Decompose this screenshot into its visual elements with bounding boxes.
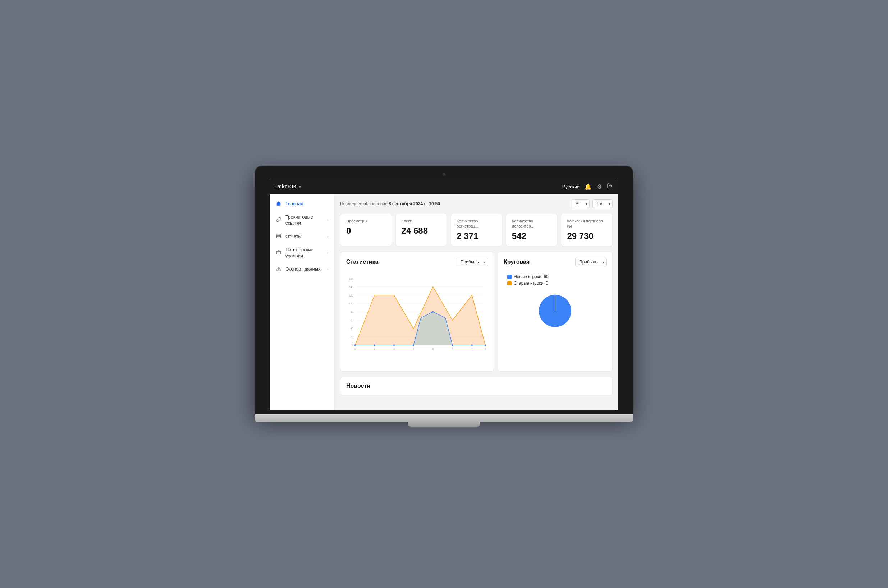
legend-dot-old: [507, 281, 512, 285]
charts-row: Статистика Прибыль: [340, 252, 613, 372]
svg-text:140: 140: [349, 286, 353, 288]
export-arrow-icon: ›: [327, 267, 328, 272]
svg-text:120: 120: [349, 294, 353, 297]
stat-card-clicks: Клики 24 688: [396, 213, 447, 246]
brand-name[interactable]: PokerOK: [275, 184, 297, 189]
pie-chart-header: Круговая Прибыль: [504, 258, 606, 266]
tracking-arrow-icon: ›: [327, 218, 328, 222]
stat-card-views: Просмотры 0: [340, 213, 392, 246]
svg-point-37: [393, 344, 395, 346]
laptop-base: [255, 414, 633, 422]
svg-text:6: 6: [452, 348, 453, 350]
stat-clicks-label: Клики: [402, 219, 441, 224]
all-filter-select[interactable]: All: [572, 200, 590, 208]
stats-row: Просмотры 0 Клики 24 688 Количество реги…: [340, 213, 613, 246]
sidebar-item-partner[interactable]: Партнерские условия ›: [270, 243, 334, 263]
pie-dropdown-wrapper: Прибыль: [575, 258, 606, 266]
sidebar-item-partner-label: Партнерские условия: [285, 247, 324, 259]
svg-rect-5: [276, 251, 281, 254]
statistics-chart-header: Статистика Прибыль: [346, 258, 488, 266]
main-header: Последнее обновление 8 сентября 2024 г.,…: [340, 200, 613, 208]
svg-rect-1: [277, 234, 281, 238]
svg-text:5: 5: [432, 348, 434, 350]
year-filter-wrapper: Год: [592, 200, 613, 208]
brand-chevron-icon: ▾: [299, 185, 301, 189]
svg-text:8: 8: [484, 348, 486, 350]
svg-point-38: [413, 344, 414, 346]
svg-text:1: 1: [354, 348, 356, 350]
sidebar-item-reports-label: Отчеты: [285, 234, 324, 240]
legend-item-new: Новые игроки: 60: [507, 274, 549, 279]
statistics-chart-svg: 0 20 40 60 80 100 120 140 160: [346, 271, 488, 366]
svg-point-40: [452, 344, 453, 346]
pie-section: Новые игроки: 60 Старые игроки: 0: [504, 271, 606, 333]
stat-views-label: Просмотры: [346, 219, 386, 224]
logout-icon[interactable]: [607, 183, 613, 190]
pie-legend: Новые игроки: 60 Старые игроки: 0: [504, 274, 549, 286]
reports-arrow-icon: ›: [327, 235, 328, 238]
legend-item-old: Старые игроки: 0: [507, 281, 549, 286]
stat-views-value: 0: [346, 226, 386, 236]
svg-text:0: 0: [352, 344, 353, 346]
legend-label-old: Старые игроки: 0: [514, 281, 548, 286]
topbar: PokerOK ▾ Русский 🔔 ⚙: [270, 178, 618, 195]
statistics-chart-card: Статистика Прибыль: [340, 252, 494, 372]
svg-point-36: [374, 344, 375, 346]
news-title: Новости: [346, 383, 606, 389]
language-selector[interactable]: Русский: [562, 184, 579, 189]
settings-icon[interactable]: ⚙: [597, 183, 602, 190]
home-icon: [275, 201, 282, 207]
sidebar-item-home[interactable]: Главная: [270, 197, 334, 211]
sidebar-item-export[interactable]: Экспорт данных ›: [270, 263, 334, 276]
all-filter-wrapper: All: [572, 200, 590, 208]
stat-clicks-value: 24 688: [402, 226, 441, 236]
statistics-chart-title: Статистика: [346, 259, 378, 265]
sidebar-item-tracking-label: Трекинговые ссылки: [285, 214, 324, 226]
svg-text:4: 4: [413, 348, 414, 350]
pie-dropdown[interactable]: Прибыль: [575, 258, 606, 266]
tracking-icon: [275, 217, 282, 223]
legend-label-new: Новые игроки: 60: [514, 274, 549, 279]
svg-text:20: 20: [351, 335, 353, 338]
svg-text:40: 40: [351, 327, 353, 330]
svg-point-41: [471, 344, 473, 346]
pie-chart-card: Круговая Прибыль: [498, 252, 613, 372]
stat-card-depositors: Количество депозитер... 542: [506, 213, 558, 246]
stat-card-registrations: Количество регистрац... 2 371: [450, 213, 502, 246]
sidebar-item-export-label: Экспорт данных: [285, 266, 324, 272]
sidebar-item-tracking[interactable]: Трекинговые ссылки ›: [270, 211, 334, 230]
svg-text:100: 100: [349, 302, 353, 305]
svg-point-39: [432, 311, 434, 312]
stat-card-commission: Комиссия партнера ($) 29 730: [561, 213, 613, 246]
export-icon: [275, 266, 282, 272]
reports-icon: [275, 234, 282, 240]
pie-chart-container: [504, 293, 606, 329]
laptop-camera: [442, 173, 446, 176]
svg-text:60: 60: [351, 319, 353, 321]
svg-point-35: [354, 344, 356, 346]
sidebar-item-reports[interactable]: Отчеты ›: [270, 230, 334, 243]
svg-text:160: 160: [349, 278, 353, 280]
pie-chart-title: Круговая: [504, 259, 530, 265]
svg-point-42: [484, 344, 486, 346]
partner-arrow-icon: ›: [327, 251, 328, 255]
partner-icon: [275, 250, 282, 256]
svg-text:2: 2: [374, 348, 375, 350]
stat-reg-value: 2 371: [457, 231, 496, 241]
statistics-dropdown[interactable]: Прибыль: [457, 258, 488, 266]
svg-text:7: 7: [471, 348, 473, 350]
stat-dep-value: 542: [512, 231, 552, 241]
legend-dot-new: [507, 274, 512, 279]
svg-text:80: 80: [351, 310, 353, 313]
statistics-dropdown-wrapper: Прибыль: [457, 258, 488, 266]
filter-group: All Год: [572, 200, 613, 208]
sidebar-item-home-label: Главная: [285, 201, 328, 207]
svg-text:3: 3: [393, 348, 395, 350]
news-card: Новости: [340, 376, 613, 395]
stat-comm-label: Комиссия партнера ($): [567, 219, 606, 229]
year-filter-select[interactable]: Год: [592, 200, 613, 208]
sidebar: Главная Трекинговые ссылки › Отчеты: [270, 195, 334, 410]
stat-comm-value: 29 730: [567, 231, 606, 241]
stat-reg-label: Количество регистрац...: [457, 219, 496, 229]
bell-icon[interactable]: 🔔: [585, 183, 592, 190]
